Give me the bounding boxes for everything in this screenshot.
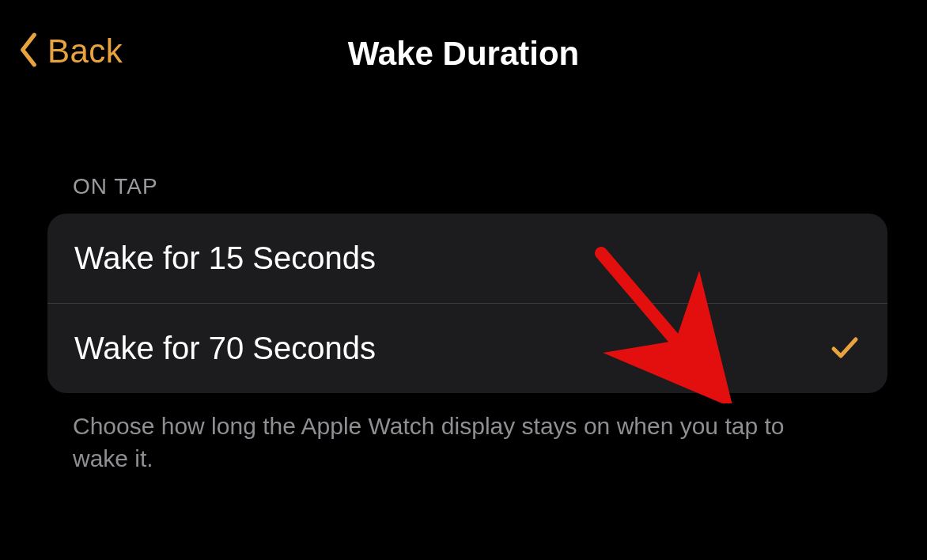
option-label: Wake for 15 Seconds xyxy=(74,240,376,276)
back-button[interactable]: Back xyxy=(16,32,123,71)
content: ON TAP Wake for 15 Seconds Wake for 70 S… xyxy=(0,103,927,475)
checkmark-icon xyxy=(829,331,861,366)
option-wake-15[interactable]: Wake for 15 Seconds xyxy=(47,214,887,303)
page-title: Wake Duration xyxy=(348,35,579,73)
section-header: ON TAP xyxy=(73,174,887,199)
nav-header: Back Wake Duration xyxy=(0,0,927,103)
chevron-left-icon xyxy=(16,32,43,71)
option-wake-70[interactable]: Wake for 70 Seconds xyxy=(47,303,887,393)
section-footer: Choose how long the Apple Watch display … xyxy=(73,411,832,475)
option-label: Wake for 70 Seconds xyxy=(74,331,376,366)
options-group: Wake for 15 Seconds Wake for 70 Seconds xyxy=(47,214,887,393)
back-label: Back xyxy=(47,32,123,70)
